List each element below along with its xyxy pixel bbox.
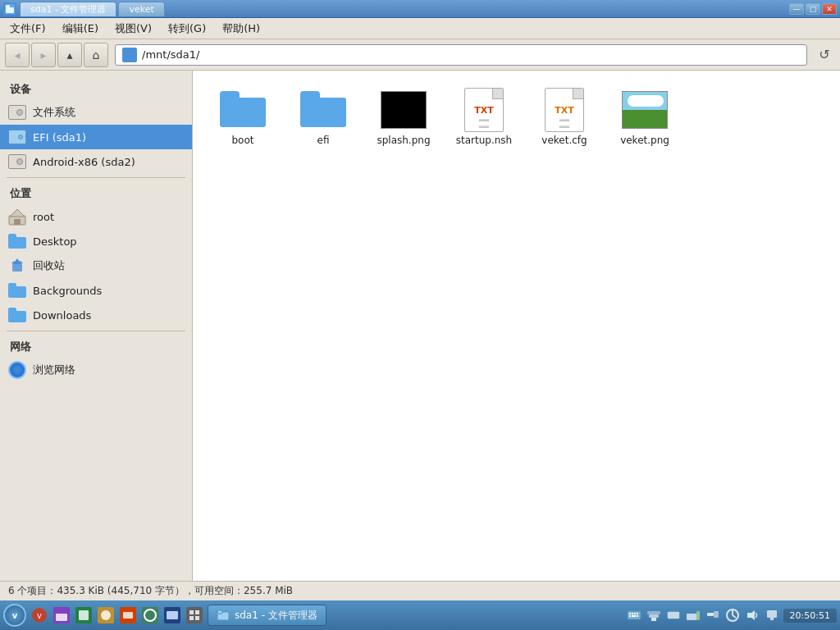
taskbar-icon-1[interactable]: v xyxy=(30,605,49,625)
reload-button[interactable]: ↺ xyxy=(814,44,835,66)
file-browser: boot efi splash.png TXT ═════════ st xyxy=(193,71,840,581)
tray-keyboard-icon[interactable] xyxy=(626,607,642,623)
maximize-button[interactable]: □ xyxy=(806,3,820,15)
svg-rect-40 xyxy=(668,612,679,619)
file-item-boot[interactable]: boot xyxy=(206,84,280,151)
efi-folder-icon xyxy=(299,89,348,131)
file-item-label: startup.nsh xyxy=(456,135,512,146)
veket-png-icon xyxy=(620,89,669,131)
svg-rect-23 xyxy=(189,610,194,614)
svg-rect-30 xyxy=(629,613,631,614)
places-section-label: 位置 xyxy=(0,181,192,204)
tray-icon-6[interactable] xyxy=(724,607,741,623)
sidebar-item-label: Backgrounds xyxy=(33,285,102,297)
sidebar-item-efi[interactable]: EFI (sda1) xyxy=(0,125,192,149)
network-section-label: 网络 xyxy=(0,335,192,358)
svg-marker-4 xyxy=(10,209,25,217)
file-item-label: veket.png xyxy=(620,135,669,146)
taskbar-icon-6[interactable] xyxy=(140,605,160,625)
forward-button[interactable]: ▸ xyxy=(31,43,56,67)
sidebar: 设备 文件系统 EFI (sda1) Android-x86 (sda2) 位置 xyxy=(0,71,193,581)
svg-rect-34 xyxy=(629,615,631,617)
sidebar-item-label: 回收站 xyxy=(33,258,65,273)
tray-icon-4[interactable] xyxy=(685,607,701,623)
backgrounds-folder-icon xyxy=(8,281,26,299)
status-text: 6 个项目：435.3 KiB (445,710 字节），可用空间：255.7 … xyxy=(8,584,293,598)
back-button[interactable]: ◂ xyxy=(5,43,30,67)
taskbar-icon-4[interactable] xyxy=(96,605,116,625)
up-icon: ▴ xyxy=(66,48,72,62)
taskbar-icon-5[interactable] xyxy=(118,605,138,625)
file-item-veket-cfg[interactable]: TXT ═════════ veket.cfg xyxy=(527,84,601,151)
sidebar-item-filesystem[interactable]: 文件系统 xyxy=(0,100,192,125)
sidebar-item-label: 文件系统 xyxy=(33,105,75,120)
file-item-efi[interactable]: efi xyxy=(286,84,360,151)
svg-rect-38 xyxy=(649,614,659,618)
home-icon: ⌂ xyxy=(93,48,100,62)
system-tray: 20:50:51 xyxy=(626,607,837,623)
tray-icon-3[interactable] xyxy=(665,607,682,623)
hdd-icon xyxy=(8,105,26,120)
forward-icon: ▸ xyxy=(40,48,46,62)
svg-rect-11 xyxy=(56,614,67,621)
menu-edit[interactable]: 编辑(E) xyxy=(56,20,105,38)
taskbar-icon-2[interactable] xyxy=(52,605,71,625)
address-bar: /mnt/sda1/ xyxy=(115,44,807,66)
file-item-label: boot xyxy=(231,135,253,146)
tray-icon-5[interactable] xyxy=(705,607,721,623)
svg-rect-28 xyxy=(217,610,222,614)
file-item-startup[interactable]: TXT ═════════ startup.nsh xyxy=(447,84,521,151)
sidebar-item-desktop[interactable]: Desktop xyxy=(0,229,192,253)
taskbar: v v sda1 - 文件管理器 xyxy=(0,600,840,630)
taskbar-quick-launch: v xyxy=(30,605,204,625)
splash-icon xyxy=(379,89,428,131)
address-input[interactable]: /mnt/sda1/ xyxy=(115,44,807,66)
hdd-icon-2 xyxy=(8,154,26,169)
tray-network-icon[interactable] xyxy=(646,607,662,623)
svg-rect-49 xyxy=(767,610,777,618)
sidebar-item-label: Desktop xyxy=(33,235,77,248)
home-button[interactable]: ⌂ xyxy=(84,43,108,67)
svg-rect-7 xyxy=(14,262,21,264)
menu-help[interactable]: 帮助(H) xyxy=(216,20,267,38)
svg-rect-36 xyxy=(637,615,638,617)
taskbar-icon-3[interactable] xyxy=(74,605,94,625)
minimize-button[interactable]: — xyxy=(789,3,804,15)
sidebar-divider-2 xyxy=(7,331,185,331)
svg-rect-5 xyxy=(14,219,21,225)
sidebar-item-downloads[interactable]: Downloads xyxy=(0,303,192,327)
taskbar-icon-8[interactable] xyxy=(185,605,204,625)
menu-file[interactable]: 文件(F) xyxy=(3,20,52,38)
sidebar-item-browse-network[interactable]: 浏览网络 xyxy=(0,358,192,382)
tab-veket[interactable]: veket xyxy=(118,2,164,16)
tray-volume-icon[interactable] xyxy=(744,607,760,623)
menu-go[interactable]: 转到(G) xyxy=(162,20,212,38)
status-bar: 6 个项目：435.3 KiB (445,710 字节），可用空间：255.7 … xyxy=(0,581,840,600)
root-icon xyxy=(8,208,26,226)
system-clock[interactable]: 20:50:51 xyxy=(783,609,837,623)
sidebar-item-backgrounds[interactable]: Backgrounds xyxy=(0,278,192,303)
sidebar-item-recycle[interactable]: 回收站 xyxy=(0,253,192,278)
start-button[interactable]: v xyxy=(3,604,26,627)
title-bar: sda1 - 文件管理器 veket — □ ✕ xyxy=(0,0,840,18)
main-area: 设备 文件系统 EFI (sda1) Android-x86 (sda2) 位置 xyxy=(0,71,840,581)
svg-rect-42 xyxy=(696,611,700,620)
svg-rect-35 xyxy=(632,615,636,617)
tab-sda1[interactable]: sda1 - 文件管理器 xyxy=(20,2,116,16)
sidebar-item-root[interactable]: root xyxy=(0,204,192,229)
reload-icon: ↺ xyxy=(819,47,829,62)
close-button[interactable]: ✕ xyxy=(822,3,837,15)
svg-rect-6 xyxy=(12,263,22,272)
up-button[interactable]: ▴ xyxy=(57,43,82,67)
menu-view[interactable]: 视图(V) xyxy=(108,20,158,38)
address-text: /mnt/sda1/ xyxy=(142,48,199,61)
taskbar-icon-7[interactable] xyxy=(162,605,182,625)
sidebar-item-android[interactable]: Android-x86 (sda2) xyxy=(0,149,192,174)
file-item-veket-png[interactable]: veket.png xyxy=(608,84,682,151)
svg-rect-21 xyxy=(167,611,178,619)
tray-icon-8[interactable] xyxy=(764,607,780,623)
svg-rect-31 xyxy=(632,613,633,614)
file-item-splash[interactable]: splash.png xyxy=(367,84,441,151)
taskbar-window-filemanager[interactable]: sda1 - 文件管理器 xyxy=(208,605,326,626)
svg-marker-48 xyxy=(747,610,755,620)
